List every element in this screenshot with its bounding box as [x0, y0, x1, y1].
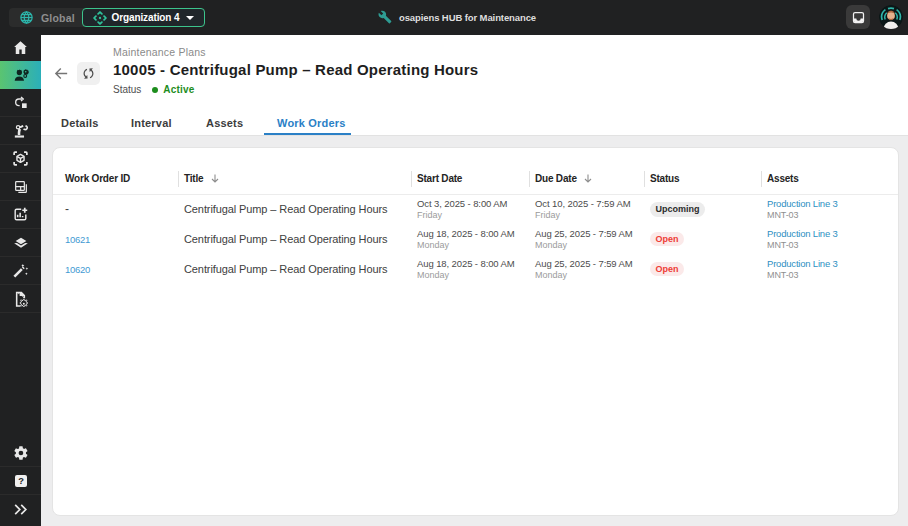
svg-text:?: ?: [18, 476, 24, 486]
